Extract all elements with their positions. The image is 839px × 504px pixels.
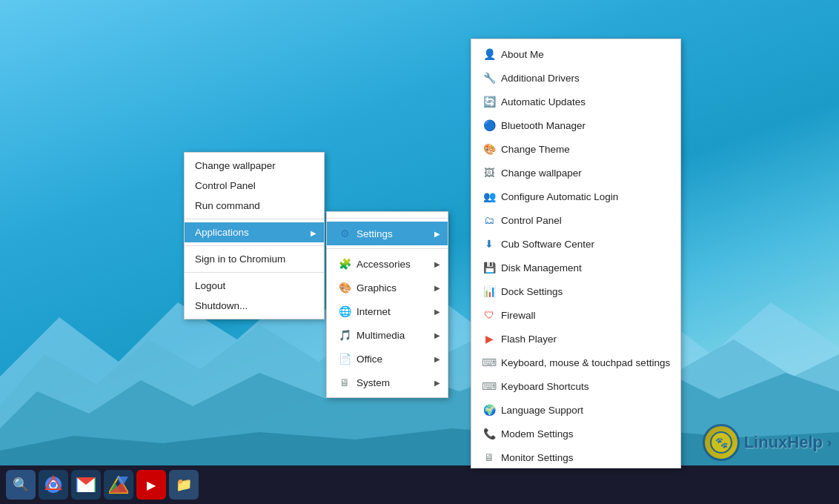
drive-icon — [109, 476, 128, 494]
multimedia-icon: 🎵 — [337, 328, 352, 342]
watermark: 🐾 LinuxHelp › — [703, 424, 832, 461]
separator-3 — [185, 272, 324, 273]
office-icon: 📄 — [337, 351, 352, 366]
about-me-icon: 👤 — [482, 47, 497, 62]
apps-menu-system[interactable]: 🖥 System — [327, 371, 448, 394]
taskbar-gmail[interactable] — [71, 470, 101, 500]
desktop: Change wallpaper Control Panel Run comma… — [0, 0, 839, 504]
settings-icon: ⚙ — [337, 226, 352, 241]
auto-login-icon: 👥 — [482, 189, 497, 204]
change-theme-icon: 🎨 — [482, 142, 497, 156]
svg-text:🐾: 🐾 — [714, 437, 728, 449]
software-center-icon: ⬇ — [482, 236, 497, 251]
main-menu-control-panel[interactable]: Control Panel — [185, 176, 324, 196]
language-support-icon: 🌍 — [482, 402, 497, 417]
settings-keyboard-shortcuts[interactable]: ⌨ Keyboard Shortcuts — [471, 374, 680, 398]
control-panel-icon: 🗂 — [482, 213, 497, 228]
automatic-updates-icon: 🔄 — [482, 94, 497, 109]
apps-menu-office[interactable]: 📄 Office — [327, 347, 448, 371]
settings-language-support[interactable]: 🌍 Language Support — [471, 398, 680, 422]
files-icon: 📁 — [176, 477, 192, 493]
settings-control-panel[interactable]: 🗂 Control Panel — [471, 208, 680, 232]
keyboard-shortcuts-icon: ⌨ — [482, 379, 497, 394]
settings-keyboard-mouse[interactable]: ⌨ Keyboard, mouse & touchpad settings — [471, 351, 680, 374]
modem-settings-icon: 📞 — [482, 426, 497, 441]
settings-submenu: 👤 About Me 🔧 Additional Drivers 🔄 Automa… — [471, 39, 681, 468]
settings-dock-settings[interactable]: 📊 Dock Settings — [471, 279, 680, 303]
disk-management-icon: 💾 — [482, 260, 497, 275]
apps-separator-mid — [327, 248, 448, 249]
dock-settings-icon: 📊 — [482, 284, 497, 299]
apps-submenu: ⚙ Settings 🧩 Accessories 🎨 Graphics 🌐 In… — [326, 211, 448, 398]
settings-change-theme[interactable]: 🎨 Change Theme — [471, 137, 680, 161]
keyboard-mouse-icon: ⌨ — [482, 355, 497, 370]
taskbar-files[interactable]: 📁 — [169, 470, 199, 500]
main-menu-run-command[interactable]: Run command — [185, 196, 324, 216]
main-menu-logout[interactable]: Logout — [185, 276, 324, 296]
gmail-icon — [76, 477, 96, 492]
settings-about-me[interactable]: 👤 About Me — [471, 42, 680, 66]
apps-menu-graphics[interactable]: 🎨 Graphics — [327, 276, 448, 299]
graphics-icon: 🎨 — [337, 280, 352, 295]
settings-firewall[interactable]: 🛡 Firewall — [471, 303, 680, 327]
internet-icon: 🌐 — [337, 304, 352, 319]
apps-separator-top — [327, 218, 448, 219]
separator-2 — [185, 245, 324, 246]
main-menu-sign-in-chromium[interactable]: Sign in to Chromium — [185, 249, 324, 269]
taskbar-search[interactable]: 🔍 — [6, 470, 36, 500]
main-menu-applications[interactable]: Applications — [185, 222, 324, 242]
wallpaper-icon: 🖼 — [482, 165, 497, 180]
taskbar: 🔍 — [0, 465, 839, 504]
watermark-logo: 🐾 — [703, 424, 740, 461]
bluetooth-icon: 🔵 — [482, 118, 497, 133]
settings-disk-management[interactable]: 💾 Disk Management — [471, 256, 680, 279]
apps-menu-internet[interactable]: 🌐 Internet — [327, 299, 448, 323]
apps-menu-multimedia[interactable]: 🎵 Multimedia — [327, 323, 448, 347]
apps-menu-settings[interactable]: ⚙ Settings — [327, 222, 448, 245]
taskbar-drive[interactable] — [104, 470, 133, 500]
main-menu-change-wallpaper[interactable]: Change wallpaper — [185, 156, 324, 176]
separator-1 — [185, 219, 324, 219]
watermark-arrow: › — [827, 435, 832, 451]
settings-modem-settings[interactable]: 📞 Modem Settings — [471, 422, 680, 445]
search-icon: 🔍 — [13, 477, 29, 493]
firewall-icon: 🛡 — [482, 308, 497, 322]
youtube-icon: ▶ — [147, 478, 156, 492]
accessories-icon: 🧩 — [337, 256, 352, 271]
svg-point-6 — [50, 482, 56, 488]
settings-automatic-updates[interactable]: 🔄 Automatic Updates — [471, 90, 680, 113]
additional-drivers-icon: 🔧 — [482, 70, 497, 85]
taskbar-youtube[interactable]: ▶ — [136, 470, 166, 500]
settings-change-wallpaper[interactable]: 🖼 Change wallpaper — [471, 161, 680, 185]
monitor-settings-icon: 🖥 — [482, 450, 497, 465]
settings-bluetooth-manager[interactable]: 🔵 Bluetooth Manager — [471, 113, 680, 137]
chromium-icon — [44, 475, 63, 494]
settings-configure-auto-login[interactable]: 👥 Configure Automatic Login — [471, 185, 680, 208]
settings-flash-player[interactable]: ▶ Flash Player — [471, 327, 680, 351]
settings-monitor-settings[interactable]: 🖥 Monitor Settings — [471, 445, 680, 468]
apps-menu-accessories[interactable]: 🧩 Accessories — [327, 252, 448, 276]
settings-additional-drivers[interactable]: 🔧 Additional Drivers — [471, 66, 680, 90]
watermark-text: LinuxHelp — [744, 433, 823, 452]
taskbar-chromium[interactable] — [39, 470, 68, 500]
main-menu-shutdown[interactable]: Shutdown... — [185, 296, 324, 316]
system-icon: 🖥 — [337, 375, 352, 390]
flash-player-icon: ▶ — [482, 331, 497, 346]
main-context-menu: Change wallpaper Control Panel Run comma… — [184, 152, 325, 319]
settings-cub-software-center[interactable]: ⬇ Cub Software Center — [471, 232, 680, 256]
